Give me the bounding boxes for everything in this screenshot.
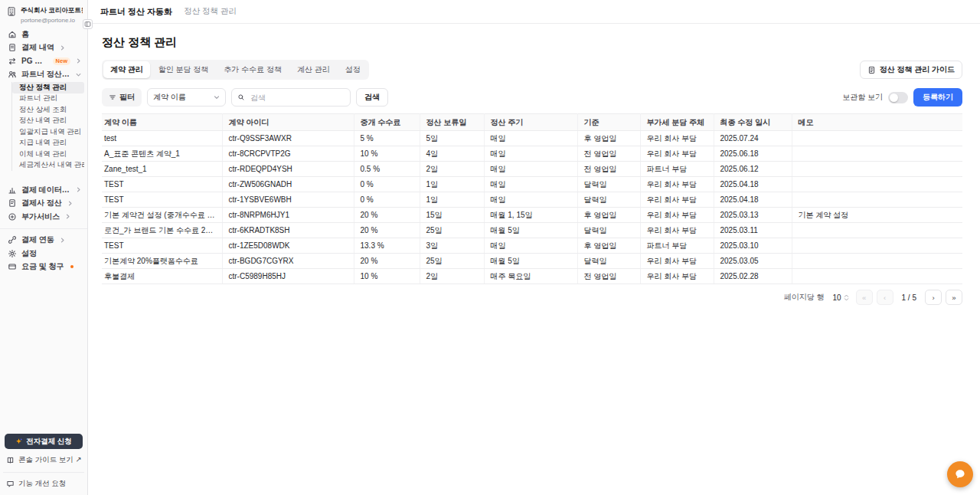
table-cell [792, 192, 962, 208]
policy-table: 계약 이름계약 아이디중개 수수료정산 보류일정산 주기기준부가세 분담 주체최… [102, 113, 962, 284]
table-cell: 달력일 [577, 177, 640, 192]
chart-icon [8, 185, 17, 195]
table-cell [792, 162, 962, 177]
table-cell: 10 % [354, 146, 420, 162]
sidebar-subitem-bulk-payout-history[interactable]: 일괄지급 내역 관리 [12, 126, 84, 138]
rows-per-page-select[interactable]: 10 [829, 292, 851, 303]
tab-calculation-management[interactable]: 계산 관리 [290, 61, 337, 78]
updown-chevron-icon [844, 294, 849, 301]
table-row[interactable]: testctr-Q9SSF3AWXR5 %5일매일후 영업일우리 회사 부담20… [102, 131, 962, 146]
addon-icon [8, 212, 17, 221]
table-row[interactable]: 기본 계약건 설정 (중개수수료 20%)ctr-8NRPM6HJY120 %1… [102, 208, 962, 223]
sidebar-subitem-payout-history[interactable]: 지급 내역 관리 [12, 138, 84, 149]
sidebar-subitem-transfer-history[interactable]: 이체 내역 관리 [12, 149, 84, 160]
search-button[interactable]: 검색 [356, 88, 388, 107]
table-cell: 20 % [354, 223, 420, 238]
sidebar-subitem-settlement-detail[interactable]: 정산 상세 조회 [12, 104, 84, 116]
table-row[interactable]: 로건_가 브랜드 기본 수수료 20%ctr-6KRADTK8SH20 %25일… [102, 223, 962, 238]
table-cell: 5 % [354, 131, 420, 146]
sidebar-nav-main: 홈결제 내역PG 거래대사New파트너 정산 자동화 [0, 28, 87, 81]
last-page-button[interactable]: » [946, 290, 962, 305]
search-icon [237, 93, 245, 101]
table-cell: 매월 1, 15일 [484, 208, 577, 223]
table-row[interactable]: A_표준 콘텐츠 계약_1ctr-8CRCPVTP2G10 %4일매일전 영업일… [102, 146, 962, 162]
first-page-button[interactable]: « [856, 290, 873, 305]
table-cell: 매일 [484, 146, 577, 162]
table-cell [792, 254, 962, 269]
prev-page-button[interactable]: ‹ [877, 290, 893, 305]
filter-button[interactable]: 필터 [102, 88, 142, 107]
table-row[interactable]: TESTctr-1ZE5D08WDK13.3 %3일매일후 영업일파트너 부담2… [102, 238, 962, 254]
table-cell: 13.3 % [354, 238, 420, 254]
table-row[interactable]: Zane_test_1ctr-RDEQPD4YSH0.5 %2일매일전 영업일파… [102, 162, 962, 177]
table-body: testctr-Q9SSF3AWXR5 %5일매일후 영업일우리 회사 부담20… [102, 131, 962, 284]
filter-button-label: 필터 [119, 92, 135, 103]
archive-toggle[interactable] [888, 92, 908, 103]
table-cell: 1일 [420, 192, 484, 208]
next-page-button[interactable]: › [925, 290, 942, 305]
search-column-select[interactable]: 계약 이름 [147, 88, 226, 107]
sidebar-item-label: 결제사 정산 [21, 198, 62, 208]
table-cell: ctr-1YSBVE6WBH [222, 192, 354, 208]
table-cell: 2025.04.18 [714, 177, 792, 192]
tab-additional-fee-policy[interactable]: 추가 수수료 정책 [217, 61, 289, 78]
table-cell: 2025.03.10 [714, 238, 792, 254]
table-cell [792, 223, 962, 238]
sidebar-divider [0, 228, 87, 229]
sidebar-item-addon-services[interactable]: 부가서비스 [3, 210, 84, 224]
console-guide-link[interactable]: 콘솔 가이드 보기 ↗ [5, 449, 83, 465]
column-header: 계약 아이디 [222, 114, 354, 131]
feature-request-link[interactable]: 기능 개선 요청 [5, 473, 83, 489]
table-cell: 우리 회사 부담 [640, 192, 714, 208]
table-cell: 매일 [484, 177, 577, 192]
sidebar-item-partner-settlement[interactable]: 파트너 정산 자동화 [3, 68, 84, 82]
sidebar-item-payment-history[interactable]: 결제 내역 [3, 41, 84, 55]
sidebar-item-psp-settlement[interactable]: 결제사 정산 [3, 197, 84, 211]
table-cell: 우리 회사 부담 [640, 223, 714, 238]
sidebar-item-home[interactable]: 홈 [3, 28, 84, 41]
console-guide-label: 콘솔 가이드 보기 ↗ [18, 455, 81, 465]
sidebar-subitem-settlement-history[interactable]: 정산 내역 관리 [12, 116, 84, 127]
table-cell: 우리 회사 부담 [640, 254, 714, 269]
table-row[interactable]: TESTctr-ZW506GNADH0 %1일매일달력일우리 회사 부담2025… [102, 177, 962, 192]
chevron-right-icon [60, 238, 65, 243]
table-cell: 후 영업일 [577, 238, 640, 254]
sidebar-item-payment-integration[interactable]: 결제 연동 [3, 234, 84, 248]
register-button[interactable]: 등록하기 [913, 88, 962, 107]
tab-contract-management[interactable]: 계약 관리 [103, 61, 150, 78]
table-cell: TEST [102, 177, 222, 192]
sidebar-item-billing[interactable]: 요금 및 청구 [3, 261, 84, 274]
table-row[interactable]: 기본계약 20%플랫폼수수료ctr-BGDG7CGYRX20 %25일매월 5일… [102, 254, 962, 269]
sidebar-subitem-partner-management[interactable]: 파트너 관리 [12, 93, 84, 105]
sidebar-subitem-settlement-policy[interactable]: 정산 정책 관리 [12, 82, 84, 93]
policy-guide-button[interactable]: 정산 정책 관리 가이드 [860, 61, 962, 79]
sidebar-collapse-button[interactable] [83, 19, 93, 29]
sidebar-subitem-tax-invoice-history[interactable]: 세금계산서 내역 관리 [12, 160, 84, 172]
table-cell: 2025.04.18 [714, 192, 792, 208]
table-cell: ctr-C5989H85HJ [222, 269, 354, 284]
table-cell: 4일 [420, 146, 484, 162]
workspace-selector[interactable]: 주식회사 코리아포트원 (Kore... portone@portone.io [0, 5, 87, 28]
table-row[interactable]: TESTctr-1YSBVE6WBH0 %1일매일달력일우리 회사 부담2025… [102, 192, 962, 208]
table-row[interactable]: 후불결제ctr-C5989H85HJ10 %2일매주 목요일전 영업일우리 회사… [102, 269, 962, 284]
sidebar-nav-analytics: 결제 데이터 분석결제사 정산부가서비스 [0, 183, 87, 224]
chevron-right-icon [67, 201, 73, 206]
sidebar: 주식회사 코리아포트원 (Kore... portone@portone.io … [0, 0, 88, 495]
sidebar-item-payment-analytics[interactable]: 결제 데이터 분석 [3, 183, 84, 197]
breadcrumb-section: 파트너 정산 자동화 [100, 6, 172, 18]
sidebar-item-settings[interactable]: 설정 [3, 247, 84, 261]
table-cell: 파트너 부담 [640, 162, 714, 177]
link-icon [8, 235, 17, 244]
table-cell: 기본 계약 설정 [792, 208, 962, 223]
tab-settings[interactable]: 설정 [338, 61, 368, 78]
epayment-apply-button[interactable]: 전자결제 신청 [5, 434, 83, 449]
gear-icon [8, 249, 17, 258]
sidebar-item-label: PG 거래대사 [21, 56, 48, 67]
tabs-row: 계약 관리할인 분담 정책추가 수수료 정책계산 관리설정 정산 정책 관리 가… [102, 60, 962, 80]
sidebar-item-pg-reconciliation[interactable]: PG 거래대사New [3, 54, 84, 68]
chat-launcher-button[interactable] [947, 461, 973, 487]
search-input[interactable] [249, 93, 345, 103]
new-badge: New [53, 57, 70, 66]
tab-discount-share-policy[interactable]: 할인 분담 정책 [152, 61, 216, 78]
chevron-right-icon [76, 187, 81, 192]
